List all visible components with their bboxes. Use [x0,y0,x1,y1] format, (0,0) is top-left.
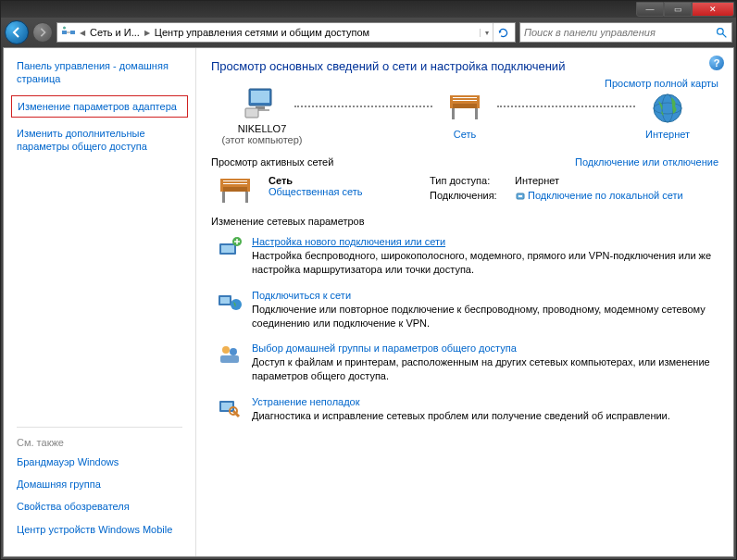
svg-rect-28 [220,181,250,183]
back-button[interactable] [5,20,29,44]
node-computer: NIKELLO7 (этот компьютер) [211,84,313,145]
sidebar-firewall-link[interactable]: Брандмауэр Windows [17,455,182,468]
task-desc: Настройка беспроводного, широкополосного… [252,249,718,277]
maximize-button[interactable]: ▭ [664,2,692,17]
access-type-label: Тип доступа: [430,175,515,186]
window-frame: — ▭ ✕ ◀ Сеть и И... ▶ Центр управления с… [0,0,737,560]
network-props: Тип доступа: Интернет Подключения: Подкл… [430,175,718,202]
task-link[interactable]: Настройка нового подключения или сети [252,236,718,247]
svg-rect-9 [450,101,480,104]
chevron-icon[interactable]: ▶ [143,29,152,37]
bench-icon [446,90,483,127]
connection-line [497,106,635,107]
close-button[interactable]: ✕ [692,2,734,17]
svg-rect-27 [220,179,250,180]
connection-link[interactable]: Подключение по локальной сети [515,190,718,202]
network-name: Сеть [269,175,417,186]
svg-rect-15 [450,95,480,97]
svg-rect-10 [450,104,480,108]
sidebar-winmobile-link[interactable]: Центр устройств Windows Mobile [17,523,182,536]
svg-rect-16 [450,98,480,100]
svg-rect-39 [220,355,239,363]
svg-rect-35 [220,297,230,304]
svg-point-37 [222,346,230,354]
network-center-icon [61,25,76,40]
sidebar-browser-link[interactable]: Свойства обозревателя [17,500,182,513]
svg-point-36 [231,299,242,310]
help-icon[interactable]: ? [709,56,724,70]
navbar: ◀ Сеть и И... ▶ Центр управления сетями … [1,18,736,47]
network-type-link[interactable]: Общественная сеть [269,186,417,197]
sidebar-home-link[interactable]: Панель управления - домашняя страница [17,59,182,86]
svg-rect-32 [221,245,234,253]
active-networks-header: Просмотр активных сетей Подключение или … [211,156,718,168]
node-subtitle: (этот компьютер) [221,134,302,145]
task-homegroup: Выбор домашней группы и параметров общег… [211,342,718,383]
svg-rect-12 [475,108,478,119]
svg-rect-23 [222,192,225,203]
titlebar: — ▭ ✕ [1,1,736,18]
svg-rect-13 [450,95,453,108]
task-desc: Подключение или повторное подключение к … [252,303,718,330]
network-map: NIKELLO7 (этот компьютер) Сеть Интернет [211,84,718,145]
svg-rect-21 [220,184,250,187]
node-link[interactable]: Интернет [645,129,690,140]
svg-rect-0 [62,31,67,34]
svg-point-2 [63,27,66,30]
access-type-value: Интернет [515,175,718,186]
task-new-connection: Настройка нового подключения или сети На… [211,236,718,277]
svg-rect-25 [220,179,223,192]
lan-icon [515,191,526,202]
search-bar[interactable] [519,22,732,43]
connect-disconnect-link[interactable]: Подключение или отключение [575,156,718,168]
refresh-button[interactable] [493,23,513,42]
change-settings-header: Изменение сетевых параметров [211,216,718,227]
svg-rect-30 [518,195,522,197]
globe-icon [649,90,686,127]
content-area: Панель управления - домашняя страница Из… [3,47,734,557]
task-troubleshoot: Устранение неполадок Диагностика и испра… [211,396,718,423]
svg-point-3 [718,28,724,34]
task-link[interactable]: Подключиться к сети [252,290,718,301]
search-icon[interactable] [716,27,728,39]
node-name: NIKELLO7 [238,123,287,134]
section-title: Просмотр активных сетей [211,156,333,168]
forward-button[interactable] [32,22,53,43]
address-dropdown[interactable]: ▾ [480,29,493,37]
task-desc: Доступ к файлам и принтерам, расположенн… [252,355,718,383]
chevron-icon[interactable]: ◀ [78,29,87,37]
task-link[interactable]: Устранение неполадок [252,396,718,407]
active-network-row: Сеть Общественная сеть Тип доступа: Инте… [211,175,718,208]
computer-icon [244,84,281,121]
svg-rect-26 [247,179,250,192]
task-connect-network: Подключиться к сети Подключение или повт… [211,290,718,330]
address-bar[interactable]: ◀ Сеть и И... ▶ Центр управления сетями … [56,22,516,43]
svg-point-38 [230,348,237,355]
breadcrumb-segment-1[interactable]: Сеть и И... [87,27,143,38]
sidebar-seealso: См. также Брандмауэр Windows Домашняя гр… [17,427,182,545]
window-buttons: — ▭ ✕ [636,2,734,17]
node-internet: Интернет [617,90,718,140]
troubleshoot-icon [217,396,243,422]
bench-icon [215,175,256,208]
node-link[interactable]: Сеть [454,129,476,140]
connections-label: Подключения: [430,190,515,202]
breadcrumb-segment-2[interactable]: Центр управления сетями и общим доступом [152,27,372,38]
sidebar-adapter-link[interactable]: Изменение параметров адаптера [11,95,188,118]
change-settings-group: Изменение сетевых параметров Настройка н… [211,216,718,423]
sidebar-homegroup-link[interactable]: Домашняя группа [17,478,182,491]
homegroup-icon [217,342,243,368]
svg-rect-14 [477,95,480,108]
svg-rect-1 [70,31,75,34]
page-title: Просмотр основных сведений о сети и наст… [211,59,718,73]
minimize-button[interactable]: — [636,2,664,17]
sidebar: Панель управления - домашняя страница Из… [4,48,196,556]
svg-rect-22 [220,187,250,192]
sidebar-sharing-link[interactable]: Изменить дополнительные параметры общего… [17,127,182,154]
task-link[interactable]: Выбор домашней группы и параметров общег… [252,342,718,354]
search-input[interactable] [524,27,716,38]
svg-rect-11 [452,108,455,119]
task-desc: Диагностика и исправление сетевых пробле… [252,409,718,423]
svg-rect-5 [251,91,269,103]
svg-rect-24 [245,192,248,203]
